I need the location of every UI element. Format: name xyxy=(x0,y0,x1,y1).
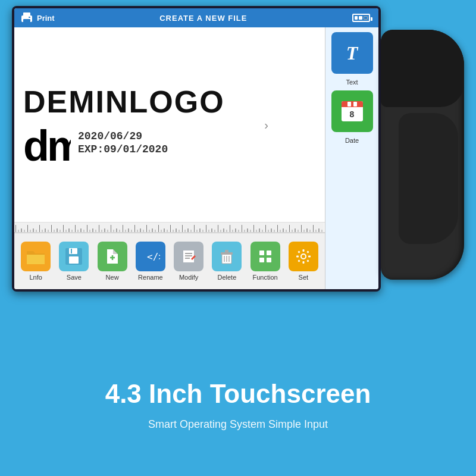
rename-label: Rename xyxy=(138,274,163,281)
new-label: New xyxy=(106,274,119,281)
svg-point-39 xyxy=(302,255,305,258)
ruler-svg xyxy=(15,222,324,232)
rename-button[interactable]: </> Rename xyxy=(133,242,168,281)
date-line2: EXP:09/01/2020 xyxy=(78,143,168,155)
save-button[interactable]: Save xyxy=(56,242,92,281)
modify-icon xyxy=(174,242,203,271)
screen: Print CREATE A NEW FILE xyxy=(14,8,378,289)
device-area: Print CREATE A NEW FILE xyxy=(0,0,476,333)
main-title: 4.3 Inch Touchscreen xyxy=(105,379,371,409)
ruler-marks xyxy=(15,223,324,232)
battery-cell-2 xyxy=(359,16,362,20)
svg-rect-2 xyxy=(23,19,30,23)
svg-rect-40 xyxy=(302,249,304,252)
top-bar-left: Print xyxy=(20,12,55,23)
battery-tip xyxy=(371,17,372,21)
rename-icon: </> xyxy=(136,242,165,271)
svg-rect-15 xyxy=(71,249,72,253)
svg-rect-42 xyxy=(296,256,299,258)
battery-icon xyxy=(352,14,372,22)
set-icon-svg xyxy=(294,247,313,266)
date-line1: 2020/06/29 xyxy=(78,130,168,142)
rename-icon-svg: </> xyxy=(141,247,160,266)
canvas-area: DEMINLOGO dm 2020/06/29 EX xyxy=(14,27,325,289)
modify-label: Modify xyxy=(179,274,198,281)
function-label: Function xyxy=(253,274,278,281)
save-icon-svg xyxy=(64,247,83,266)
svg-rect-33 xyxy=(259,250,264,255)
cal-top xyxy=(342,101,363,107)
function-button[interactable]: Function xyxy=(248,242,283,281)
new-icon-svg xyxy=(103,247,122,266)
svg-rect-36 xyxy=(267,258,271,262)
battery-cell-1 xyxy=(355,16,358,20)
svg-rect-43 xyxy=(308,256,311,258)
function-icon-svg xyxy=(256,247,275,266)
text-tool-button[interactable]: T xyxy=(331,32,373,74)
svg-rect-34 xyxy=(267,250,271,255)
delete-icon-svg xyxy=(217,247,236,266)
bottom-info: 4.3 Inch Touchscreen Smart Operating Sys… xyxy=(0,333,476,476)
set-button[interactable]: Set xyxy=(286,242,321,281)
lnfo-icon xyxy=(21,242,51,271)
printer-icon xyxy=(20,12,33,23)
screen-bezel: Print CREATE A NEW FILE xyxy=(12,6,381,292)
modify-button[interactable]: Modify xyxy=(171,242,206,281)
device-wrapper: Print CREATE A NEW FILE xyxy=(12,6,464,327)
svg-rect-11 xyxy=(15,222,324,232)
device-handle xyxy=(381,30,464,280)
ruler-bar xyxy=(14,222,325,233)
print-canvas: DEMINLOGO dm 2020/06/29 EX xyxy=(14,27,325,222)
bottom-toolbar: Lnfo xyxy=(14,233,325,289)
delete-icon xyxy=(212,242,242,271)
new-button[interactable]: New xyxy=(95,242,130,281)
calendar-icon: 8 xyxy=(342,101,363,121)
text-icon: T xyxy=(346,42,358,64)
save-icon xyxy=(59,242,89,271)
date-tool-button[interactable]: 8 xyxy=(331,90,373,132)
bottom-row: dm 2020/06/29 EXP:09/01/2020 xyxy=(23,122,225,164)
svg-rect-32 xyxy=(257,248,274,265)
lnfo-label: Lnfo xyxy=(29,274,42,281)
svg-rect-35 xyxy=(259,258,264,262)
svg-text:dm: dm xyxy=(23,122,71,164)
function-icon xyxy=(250,242,280,271)
top-bar-title: CREATE A NEW FILE xyxy=(55,14,352,23)
right-panel: T Text 8 xyxy=(325,27,378,289)
battery-body xyxy=(352,14,370,22)
nav-arrow-right[interactable]: › xyxy=(264,118,268,131)
svg-rect-41 xyxy=(302,261,304,264)
text-tool-label: Text xyxy=(346,79,358,86)
battery-cell-3 xyxy=(364,16,368,20)
canvas-content: DEMINLOGO dm 2020/06/29 EX xyxy=(23,86,225,164)
subtitle: Smart Operating System Simple Input xyxy=(148,418,328,431)
top-bar: Print CREATE A NEW FILE xyxy=(14,8,378,27)
dm-logo-icon: dm xyxy=(23,122,71,164)
date-info: 2020/06/29 EXP:09/01/2020 xyxy=(78,130,168,155)
svg-text:</>: </> xyxy=(147,251,160,262)
modify-icon-svg xyxy=(179,247,198,266)
date-tool-label: Date xyxy=(345,137,359,144)
svg-rect-13 xyxy=(69,248,77,254)
handle-grip xyxy=(399,113,458,244)
svg-rect-1 xyxy=(23,12,30,16)
print-label: Print xyxy=(37,14,55,23)
lnfo-button[interactable]: Lnfo xyxy=(18,242,54,281)
delete-label: Delete xyxy=(217,274,236,281)
logo-text: DEMINLOGO xyxy=(23,86,225,117)
folder-icon-svg xyxy=(26,248,46,265)
main-content: DEMINLOGO dm 2020/06/29 EX xyxy=(14,27,378,289)
handle-top xyxy=(381,30,464,107)
svg-rect-14 xyxy=(69,256,79,264)
new-icon xyxy=(98,242,127,271)
svg-rect-28 xyxy=(225,250,228,253)
set-label: Set xyxy=(299,274,309,281)
svg-rect-3 xyxy=(29,17,30,18)
set-icon xyxy=(289,242,318,271)
delete-button[interactable]: Delete xyxy=(209,242,245,281)
save-label: Save xyxy=(67,274,82,281)
cal-body: 8 xyxy=(342,107,363,121)
